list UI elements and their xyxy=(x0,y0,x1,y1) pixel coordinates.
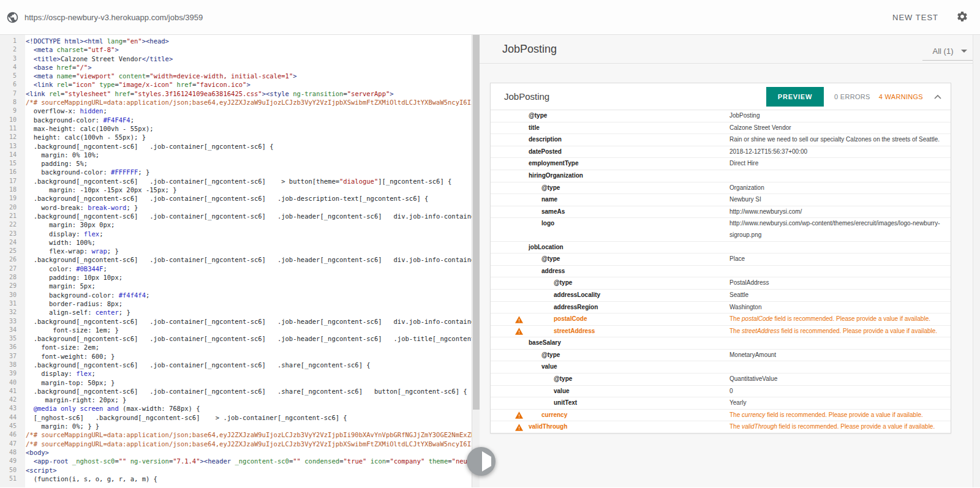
code-line: 39 display: flex; xyxy=(0,369,480,378)
line-number: 6 xyxy=(0,80,21,89)
property-key: value xyxy=(491,386,729,397)
code-line: 24 width: 100%; xyxy=(0,238,480,247)
property-row[interactable]: @typeMonetaryAmount xyxy=(491,350,951,362)
property-key: postalCode xyxy=(491,313,729,325)
property-row[interactable]: currencyThe currency field is recommende… xyxy=(491,410,951,422)
property-row[interactable]: addressRegionWashington xyxy=(491,302,951,314)
code-line: 4 <base href="/"> xyxy=(0,63,480,72)
run-test-fab[interactable] xyxy=(467,447,496,476)
code-line: 9 overflow-x: hidden; xyxy=(0,107,480,115)
code-line: 35 .background[_ngcontent-sc6] .job-cont… xyxy=(0,334,480,343)
code-line: 19 .background[_ngcontent-sc6] .job-cont… xyxy=(0,194,480,203)
collapse-card-button[interactable] xyxy=(933,91,943,102)
code-line: 49 <app-root _nghost-sc0="" ng-version="… xyxy=(0,457,480,465)
code-scrollbar[interactable] xyxy=(472,35,480,487)
line-number: 12 xyxy=(0,133,21,141)
property-row[interactable]: @typePostalAddress xyxy=(491,277,951,290)
property-row[interactable]: unitTextYearly xyxy=(491,397,951,410)
code-line: 18 margin: -10px -15px 20px -15px; } xyxy=(0,186,480,194)
property-key: name xyxy=(491,194,729,206)
type-filter-value: All (1) xyxy=(933,47,954,56)
code-line: 22 margin: 30px 0px; xyxy=(0,220,480,229)
line-number: 31 xyxy=(0,299,21,308)
line-number: 22 xyxy=(0,220,21,229)
property-row[interactable]: @typeOrganization xyxy=(491,182,951,195)
property-row[interactable]: sameAshttp://www.newburysi.com/ xyxy=(491,206,951,219)
top-toolbar: https://oscp-newbury-v3.herokuapp.com/jo… xyxy=(0,0,980,35)
code-line: 12 height: calc(100vh - 55px); } xyxy=(0,133,480,141)
property-row[interactable]: address xyxy=(491,266,951,278)
property-row[interactable]: hiringOrganization xyxy=(491,170,951,182)
property-key: baseSalary xyxy=(491,337,729,349)
result-panel-header: JobPosting All (1) xyxy=(480,35,980,64)
line-number: 19 xyxy=(0,194,21,203)
property-value: The streetAddress field is recommended. … xyxy=(729,326,951,337)
result-scrollbar[interactable] xyxy=(973,35,980,487)
property-key: currency xyxy=(491,410,729,421)
code-line: 37 font-weight: 600; } xyxy=(0,352,480,361)
property-value: The postalCode field is recommended. Ple… xyxy=(729,313,951,325)
code-line: 42 margin-right: 20px; } xyxy=(0,396,480,404)
code-line: 43 @media only screen and (max-width: 76… xyxy=(0,404,480,413)
line-number: 41 xyxy=(0,387,21,396)
property-value: The validThrough field is recommended. P… xyxy=(729,421,951,433)
property-row[interactable]: streetAddressThe streetAddress field is … xyxy=(491,326,951,338)
code-line: 44 [_nghost-sc6] .background[_ngcontent-… xyxy=(0,413,480,422)
settings-button[interactable] xyxy=(956,10,969,24)
code-line: 38 .background[_ngcontent-sc6] .job-cont… xyxy=(0,361,480,369)
code-line: 51 (function(i, s, o, g, r, a, m) { xyxy=(0,475,480,483)
property-row[interactable]: datePosted2018-12-12T15:56:37+00:00 xyxy=(491,146,951,159)
code-line: 47/*# sourceMappingURL=data:application/… xyxy=(0,440,480,448)
code-line: 45 margin: 0%; } } xyxy=(0,422,480,430)
property-row[interactable]: titleCalzone Street Vendor xyxy=(491,122,951,135)
property-row[interactable]: @typePlace xyxy=(491,253,951,266)
preview-button[interactable]: PREVIEW xyxy=(766,87,824,107)
line-number: 24 xyxy=(0,238,21,247)
property-value: 0 xyxy=(729,386,951,397)
warning-icon xyxy=(515,424,523,431)
new-test-button[interactable]: NEW TEST xyxy=(892,13,938,22)
property-row[interactable]: value0 xyxy=(491,386,951,398)
line-number: 17 xyxy=(0,177,21,186)
property-value: Organization xyxy=(729,182,951,194)
property-key: @type xyxy=(491,182,729,194)
property-row[interactable]: employmentTypeDirect Hire xyxy=(491,158,951,170)
property-row[interactable]: postalCodeThe postalCode field is recomm… xyxy=(491,313,951,326)
property-row[interactable]: jobLocation xyxy=(491,242,951,254)
property-key: datePosted xyxy=(491,146,729,158)
property-value: The currency field is recommended. Pleas… xyxy=(729,410,951,421)
property-row[interactable]: value xyxy=(491,361,951,374)
line-number: 38 xyxy=(0,361,21,369)
chevron-up-icon xyxy=(934,94,941,99)
tested-url: https://oscp-newbury-v3.herokuapp.com/jo… xyxy=(24,13,892,22)
line-number: 8 xyxy=(0,98,21,107)
code-line: 1<!DOCTYPE html><html lang="en"><head> xyxy=(0,37,480,45)
code-scrollbar-thumb[interactable] xyxy=(473,35,480,410)
property-row[interactable]: logohttp://www.newburysi.com/wp-content/… xyxy=(491,218,951,241)
property-row[interactable]: @typeJobPosting xyxy=(491,110,951,122)
property-row[interactable]: @typeQuantitativeValue xyxy=(491,374,951,386)
code-line: 41 .background[_ngcontent-sc6] .job-cont… xyxy=(0,387,480,396)
line-number: 9 xyxy=(0,107,21,115)
property-row[interactable]: addressLocalitySeattle xyxy=(491,290,951,302)
type-filter-dropdown[interactable]: All (1) xyxy=(922,47,978,61)
line-number: 18 xyxy=(0,186,21,194)
warning-icon xyxy=(515,316,523,323)
property-row[interactable]: baseSalary xyxy=(491,337,951,350)
globe-icon xyxy=(6,11,19,24)
line-number: 26 xyxy=(0,255,21,264)
property-row[interactable]: nameNewbury SI xyxy=(491,194,951,206)
property-key: value xyxy=(491,361,729,373)
property-key: addressRegion xyxy=(491,302,729,313)
line-number: 14 xyxy=(0,151,21,159)
property-value xyxy=(729,170,951,182)
code-line: 26 .background[_ngcontent-sc6] .job-cont… xyxy=(0,255,480,264)
line-number: 51 xyxy=(0,475,21,483)
property-row[interactable]: validThroughThe validThrough field is re… xyxy=(491,421,951,433)
line-number: 5 xyxy=(0,72,21,80)
code-line: 23 display: flex; xyxy=(0,230,480,238)
code-line: 21 .background[_ngcontent-sc6] .job-cont… xyxy=(0,212,480,220)
property-row[interactable]: descriptionRain or shine we need to sell… xyxy=(491,134,951,146)
code-line: 32 align-self: center; } xyxy=(0,308,480,317)
line-number: 23 xyxy=(0,230,21,238)
